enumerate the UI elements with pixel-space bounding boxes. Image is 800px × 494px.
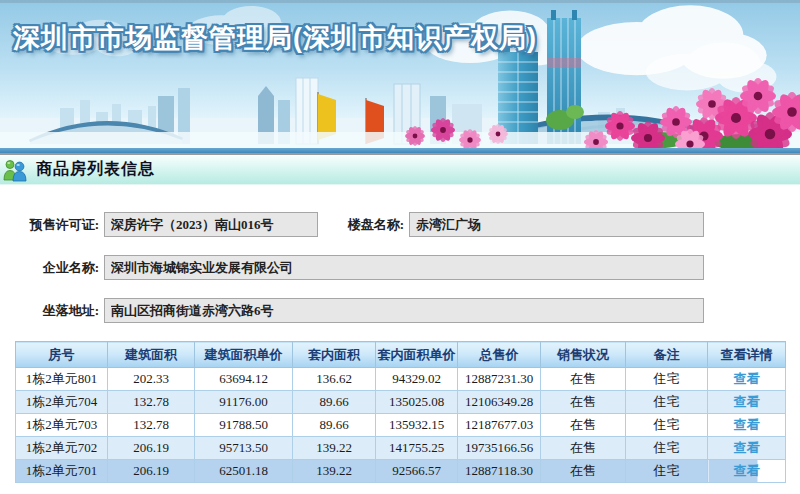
table-cell: 62501.18 bbox=[195, 460, 293, 483]
view-detail-cell[interactable]: 查看 bbox=[708, 437, 786, 460]
address-field[interactable] bbox=[104, 298, 704, 323]
people-icon bbox=[2, 158, 28, 182]
column-header: 备注 bbox=[626, 342, 708, 368]
section-header: 商品房列表信息 bbox=[0, 155, 800, 185]
site-title: 深圳市市场监督管理局(深圳市知识产权局) bbox=[13, 20, 537, 56]
table-cell: 12887231.30 bbox=[458, 368, 541, 391]
header-banner: 深圳市市场监督管理局(深圳市知识产权局) bbox=[0, 0, 800, 148]
company-name-field[interactable] bbox=[104, 255, 704, 280]
table-cell: 住宅 bbox=[626, 460, 708, 483]
building-name-label: 楼盘名称: bbox=[339, 216, 409, 234]
table-cell: 95713.50 bbox=[195, 437, 293, 460]
table-cell: 206.19 bbox=[108, 437, 195, 460]
table-row: 1栋2单元702206.1995713.50139.22141755.25197… bbox=[16, 437, 786, 460]
property-info-form: 预售许可证: 楼盘名称: 企业名称: 坐落地址: bbox=[0, 185, 800, 323]
view-detail-cell[interactable]: 查看 bbox=[708, 391, 786, 414]
table-cell: 住宅 bbox=[626, 414, 708, 437]
table-cell: 135932.15 bbox=[376, 414, 458, 437]
page-title: 商品房列表信息 bbox=[36, 159, 155, 180]
view-detail-cell[interactable]: 查看 bbox=[708, 460, 786, 483]
view-detail-link[interactable]: 查看 bbox=[734, 417, 760, 432]
table-cell: 住宅 bbox=[626, 437, 708, 460]
view-detail-link[interactable]: 查看 bbox=[734, 440, 760, 455]
table-cell: 1栋2单元702 bbox=[16, 437, 108, 460]
column-header: 总售价 bbox=[458, 342, 541, 368]
table-row: 1栋2单元704132.7891176.0089.66135025.081210… bbox=[16, 391, 786, 414]
address-label: 坐落地址: bbox=[0, 302, 104, 320]
view-detail-link[interactable]: 查看 bbox=[734, 463, 760, 478]
column-header: 查看详情 bbox=[708, 342, 786, 368]
table-cell: 在售 bbox=[541, 368, 626, 391]
table-row: 1栋2单元801202.3363694.12136.6294329.021288… bbox=[16, 368, 786, 391]
column-header: 建筑面积 bbox=[108, 342, 195, 368]
table-header-row: 房号建筑面积建筑面积单价套内面积套内面积单价总售价销售状况备注查看详情 bbox=[16, 342, 786, 368]
column-header: 建筑面积单价 bbox=[195, 342, 293, 368]
presale-permit-label: 预售许可证: bbox=[0, 216, 104, 234]
table-cell: 135025.08 bbox=[376, 391, 458, 414]
table-cell: 139.22 bbox=[293, 460, 376, 483]
table-cell: 12187677.03 bbox=[458, 414, 541, 437]
column-header: 销售状况 bbox=[541, 342, 626, 368]
column-header: 房号 bbox=[16, 342, 108, 368]
view-detail-cell[interactable]: 查看 bbox=[708, 414, 786, 437]
table-cell: 91788.50 bbox=[195, 414, 293, 437]
table-cell: 1栋2单元801 bbox=[16, 368, 108, 391]
presale-permit-field[interactable] bbox=[104, 212, 318, 237]
view-detail-link[interactable]: 查看 bbox=[734, 371, 760, 386]
table-row: 1栋2单元703132.7891788.5089.66135932.151218… bbox=[16, 414, 786, 437]
view-detail-cell[interactable]: 查看 bbox=[708, 368, 786, 391]
table-cell: 92566.57 bbox=[376, 460, 458, 483]
table-cell: 在售 bbox=[541, 437, 626, 460]
table-cell: 136.62 bbox=[293, 368, 376, 391]
table-cell: 在售 bbox=[541, 460, 626, 483]
column-header: 套内面积单价 bbox=[376, 342, 458, 368]
view-detail-link[interactable]: 查看 bbox=[734, 394, 760, 409]
table-cell: 91176.00 bbox=[195, 391, 293, 414]
table-cell: 89.66 bbox=[293, 414, 376, 437]
table-cell: 141755.25 bbox=[376, 437, 458, 460]
table-cell: 在售 bbox=[541, 414, 626, 437]
table-cell: 132.78 bbox=[108, 391, 195, 414]
building-name-field[interactable] bbox=[409, 212, 704, 237]
table-cell: 94329.02 bbox=[376, 368, 458, 391]
table-cell: 住宅 bbox=[626, 368, 708, 391]
table-cell: 63694.12 bbox=[195, 368, 293, 391]
table-cell: 19735166.56 bbox=[458, 437, 541, 460]
table-cell: 89.66 bbox=[293, 391, 376, 414]
table-cell: 12106349.28 bbox=[458, 391, 541, 414]
column-header: 套内面积 bbox=[293, 342, 376, 368]
company-name-label: 企业名称: bbox=[0, 259, 104, 277]
housing-list-table: 房号建筑面积建筑面积单价套内面积套内面积单价总售价销售状况备注查看详情 1栋2单… bbox=[15, 341, 786, 483]
table-cell: 132.78 bbox=[108, 414, 195, 437]
table-cell: 1栋2单元701 bbox=[16, 460, 108, 483]
table-cell: 206.19 bbox=[108, 460, 195, 483]
table-cell: 住宅 bbox=[626, 391, 708, 414]
table-cell: 202.33 bbox=[108, 368, 195, 391]
table-cell: 12887118.30 bbox=[458, 460, 541, 483]
table-row: 1栋2单元701206.1962501.18139.2292566.571288… bbox=[16, 460, 786, 483]
table-cell: 在售 bbox=[541, 391, 626, 414]
table-cell: 1栋2单元703 bbox=[16, 414, 108, 437]
table-cell: 1栋2单元704 bbox=[16, 391, 108, 414]
table-cell: 139.22 bbox=[293, 437, 376, 460]
